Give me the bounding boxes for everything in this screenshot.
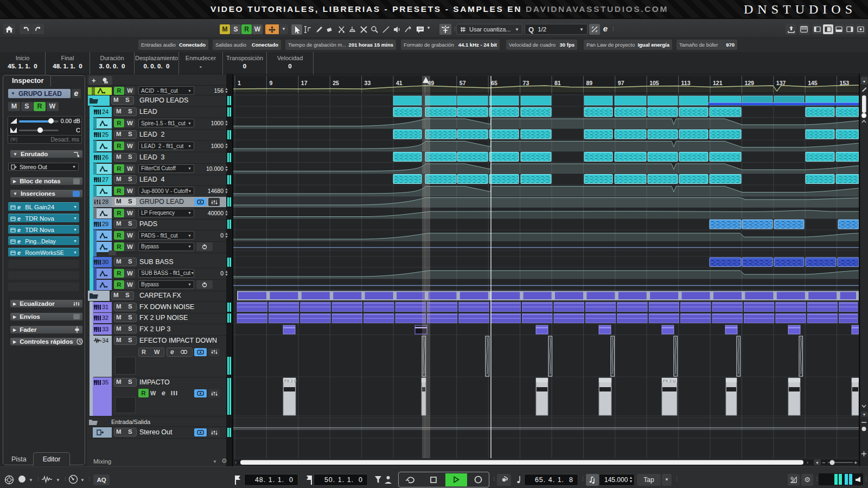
svg-text:65: 65 (491, 80, 497, 86)
svg-text:41: 41 (396, 80, 403, 86)
svg-text:▼: ▼ (815, 461, 819, 465)
svg-text:73: 73 (523, 80, 529, 86)
svg-text:▼: ▼ (863, 413, 866, 416)
svg-text:97: 97 (618, 80, 624, 86)
svg-text:129: 129 (744, 80, 754, 86)
svg-text:FX 2 U: FX 2 U (284, 378, 297, 383)
svg-text:121: 121 (713, 80, 723, 86)
svg-text:FX 2 U: FX 2 U (663, 378, 675, 383)
svg-text:›: › (807, 460, 808, 465)
svg-text:1: 1 (238, 80, 241, 86)
svg-text:81: 81 (554, 80, 561, 86)
svg-text:105: 105 (649, 80, 659, 86)
svg-text:57: 57 (459, 80, 466, 86)
svg-text:33: 33 (365, 80, 371, 86)
svg-text:89: 89 (586, 80, 592, 86)
svg-text:25: 25 (333, 80, 339, 86)
svg-text:113: 113 (681, 80, 691, 86)
svg-text:17: 17 (301, 80, 308, 86)
svg-text:145: 145 (808, 80, 818, 86)
svg-text:+: + (854, 459, 857, 466)
svg-text:9: 9 (269, 80, 272, 86)
svg-text:‹: ‹ (235, 460, 237, 465)
svg-text:▼: ▼ (863, 80, 866, 84)
svg-text:−: − (822, 459, 825, 466)
